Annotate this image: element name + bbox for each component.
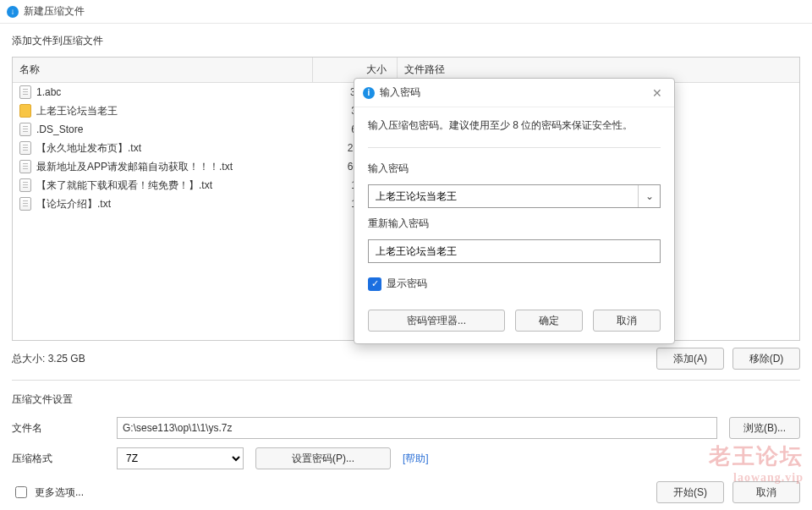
password-dialog: i 输入密码 ✕ 输入压缩包密码。建议使用至少 8 位的密码来保证安全性。 输入… (354, 78, 675, 344)
file-name: 最新地址及APP请发邮箱自动获取！！！.txt (36, 160, 233, 174)
filename-label: 文件名 (12, 421, 105, 436)
file-icon (19, 197, 31, 211)
more-options-label: 更多选项... (35, 485, 84, 500)
add-button[interactable]: 添加(A) (656, 348, 724, 370)
start-button[interactable]: 开始(S) (656, 481, 724, 503)
file-name: .DS_Store (36, 123, 83, 135)
file-icon (19, 85, 31, 99)
add-files-label: 添加文件到压缩文件 (12, 34, 800, 48)
help-link[interactable]: [帮助] (403, 452, 429, 466)
dialog-body: 输入压缩包密码。建议使用至少 8 位的密码来保证安全性。 输入密码 ⌄ 重新输入… (354, 107, 674, 301)
pw1-label: 输入密码 (368, 162, 661, 176)
pw2-input[interactable] (368, 239, 661, 263)
dialog-icon: i (363, 87, 375, 99)
more-options-box[interactable] (15, 486, 27, 498)
set-password-button[interactable]: 设置密码(P)... (255, 447, 391, 469)
file-icon (19, 160, 31, 173)
pw2-label: 重新输入密码 (368, 217, 661, 231)
format-label: 压缩格式 (12, 452, 105, 466)
remove-button[interactable]: 移除(D) (732, 348, 800, 370)
dialog-cancel-button[interactable]: 取消 (593, 310, 661, 332)
format-row: 压缩格式 7Z 设置密码(P)... [帮助] (12, 447, 800, 469)
pw1-input[interactable] (369, 185, 638, 207)
divider (12, 380, 800, 381)
password-manager-button[interactable]: 密码管理器... (368, 310, 505, 332)
cancel-button[interactable]: 取消 (732, 481, 800, 503)
app-icon: ↓ (7, 6, 19, 18)
file-name: 【来了就能下载和观看！纯免费！】.txt (36, 178, 212, 193)
format-select[interactable]: 7Z (117, 447, 244, 469)
pw1-combo: ⌄ (368, 184, 661, 208)
filename-row: 文件名 浏览(B)... (12, 417, 800, 439)
dialog-title: 输入密码 (380, 85, 420, 100)
checkbox-checked-icon[interactable]: ✓ (368, 277, 381, 291)
show-password-checkbox[interactable]: ✓ 显示密码 (368, 277, 661, 291)
file-icon (19, 178, 31, 192)
bottom-bar: 更多选项... 开始(S) 取消 (12, 476, 800, 503)
show-password-label: 显示密码 (387, 277, 427, 291)
total-size: 总大小: 3.25 GB (12, 352, 85, 366)
file-icon (19, 123, 31, 136)
chevron-down-icon[interactable]: ⌄ (638, 185, 660, 207)
window-title: 新建压缩文件 (24, 4, 85, 19)
filename-input[interactable] (117, 417, 717, 439)
file-name: 【论坛介绍】.txt (36, 197, 111, 211)
settings-label: 压缩文件设置 (12, 392, 800, 407)
browse-button[interactable]: 浏览(B)... (729, 417, 800, 439)
table-footer: 总大小: 3.25 GB 添加(A) 移除(D) (12, 348, 800, 370)
dialog-titlebar: i 输入密码 ✕ (354, 79, 674, 107)
titlebar: ↓ 新建压缩文件 (0, 0, 812, 24)
header-name[interactable]: 名称 (13, 58, 313, 82)
file-name: 上老王论坛当老王 (36, 104, 118, 118)
close-icon[interactable]: ✕ (649, 86, 666, 100)
file-name: 1.abc (36, 86, 61, 98)
dialog-footer: 密码管理器... 确定 取消 (354, 301, 674, 343)
dialog-divider (368, 147, 661, 148)
dialog-message: 输入压缩包密码。建议使用至少 8 位的密码来保证安全性。 (368, 118, 661, 134)
dialog-ok-button[interactable]: 确定 (515, 310, 583, 332)
file-name: 【永久地址发布页】.txt (36, 141, 141, 156)
file-icon (19, 141, 31, 155)
folder-icon (19, 104, 31, 118)
more-options-checkbox[interactable]: 更多选项... (12, 484, 84, 501)
settings-section: 压缩文件设置 文件名 浏览(B)... 压缩格式 7Z 设置密码(P)... [… (12, 391, 800, 469)
